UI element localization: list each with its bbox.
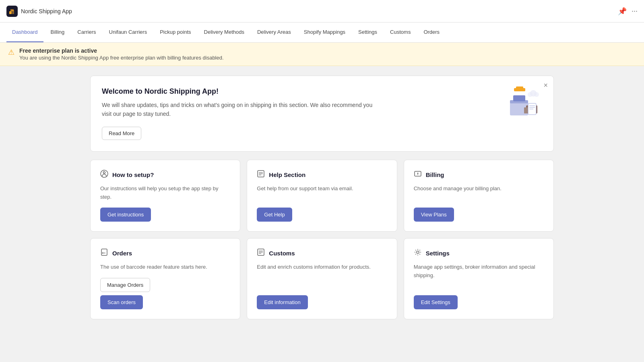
- welcome-title: Welcome to Nordic Shipping App!: [102, 87, 384, 96]
- card-title-how-to-setup: How to setup?: [112, 171, 154, 178]
- card-actions-how-to-setup: Get instructions: [100, 208, 230, 222]
- card-billing: Billing Choose and manage your billing p…: [404, 160, 554, 232]
- orders-icon: [100, 248, 108, 258]
- edit-information-button[interactable]: Edit information: [257, 295, 308, 309]
- top-bar: Nordic Shipping App 📌 ···: [0, 0, 644, 23]
- card-header-how-to-setup: How to setup?: [100, 170, 230, 180]
- svg-point-15: [534, 92, 539, 97]
- tab-orders[interactable]: Orders: [418, 23, 445, 42]
- card-title-settings: Settings: [426, 250, 450, 257]
- card-title-billing: Billing: [426, 171, 444, 178]
- welcome-text: We will share updates, tips and tricks o…: [102, 101, 384, 119]
- card-text-help-section: Get help from our support team via email…: [257, 185, 387, 202]
- welcome-illustration: [502, 83, 542, 119]
- view-plans-button[interactable]: View Plans: [414, 208, 454, 222]
- top-bar-left: Nordic Shipping App: [6, 6, 72, 17]
- more-icon[interactable]: ···: [632, 7, 638, 15]
- card-actions-billing: View Plans: [414, 208, 544, 222]
- alert-icon: ⚠: [8, 48, 14, 57]
- tab-delivery-methods[interactable]: Delivery Methods: [198, 23, 250, 42]
- svg-rect-24: [101, 249, 107, 255]
- card-actions-settings: Edit Settings: [414, 295, 544, 309]
- svg-point-30: [417, 251, 419, 253]
- svg-rect-5: [513, 95, 525, 101]
- card-text-billing: Choose and manage your billing plan.: [414, 185, 544, 202]
- edit-settings-button[interactable]: Edit Settings: [414, 295, 458, 309]
- billing-icon: [414, 170, 422, 180]
- customs-icon: [257, 248, 265, 258]
- card-title-help-section: Help Section: [269, 171, 305, 178]
- card-header-billing: Billing: [414, 170, 544, 180]
- alert-title: Free enterprise plan is active: [19, 47, 224, 54]
- card-header-help-section: Help Section: [257, 170, 387, 180]
- scan-orders-button[interactable]: Scan orders: [100, 295, 143, 309]
- card-text-how-to-setup: Our instructions will help you setup the…: [100, 185, 230, 202]
- card-title-orders: Orders: [112, 250, 132, 257]
- card-text-orders: The use of barcode reader feature starts…: [100, 263, 230, 272]
- setup-icon: [100, 170, 108, 180]
- card-header-customs: Customs: [257, 248, 387, 258]
- card-header-orders: Orders: [100, 248, 230, 258]
- app-logo: [6, 6, 18, 17]
- get-help-button[interactable]: Get Help: [257, 208, 292, 222]
- svg-point-16: [528, 92, 533, 97]
- settings-icon: [414, 248, 422, 258]
- card-grid: How to setup? Our instructions will help…: [90, 160, 554, 319]
- get-instructions-button[interactable]: Get instructions: [100, 208, 151, 222]
- app-name: Nordic Shipping App: [21, 8, 72, 14]
- tab-customs[interactable]: Customs: [384, 23, 416, 42]
- tab-pickup-points[interactable]: Pickup points: [154, 23, 196, 42]
- card-help-section: Help Section Get help from our support t…: [247, 160, 397, 232]
- welcome-card: Welcome to Nordic Shipping App! We will …: [90, 76, 554, 152]
- card-customs: Customs Edit and enrich customs informat…: [247, 238, 397, 319]
- alert-banner: ⚠ Free enterprise plan is active You are…: [0, 43, 644, 66]
- card-orders: Orders The use of barcode reader feature…: [90, 238, 240, 319]
- main-content: Welcome to Nordic Shipping App! We will …: [80, 66, 564, 329]
- card-title-customs: Customs: [269, 250, 295, 257]
- svg-rect-9: [516, 86, 523, 89]
- close-welcome-button[interactable]: ×: [543, 82, 548, 89]
- nav-tabs: Dashboard Billing Carriers Unifaun Carri…: [0, 23, 644, 43]
- card-actions-orders: Manage Orders Scan orders: [100, 278, 230, 309]
- card-text-customs: Edit and enrich customs information for …: [257, 263, 387, 289]
- manage-orders-button[interactable]: Manage Orders: [100, 278, 150, 292]
- card-actions-help-section: Get Help: [257, 208, 387, 222]
- tab-delivery-areas[interactable]: Delivery Areas: [252, 23, 297, 42]
- card-settings: Settings Manage app settings, broker inf…: [404, 238, 554, 319]
- card-actions-customs: Edit information: [257, 295, 387, 309]
- svg-rect-0: [9, 11, 12, 14]
- alert-content: Free enterprise plan is active You are u…: [19, 47, 224, 61]
- tab-shopify-mappings[interactable]: Shopify Mappings: [298, 23, 351, 42]
- pin-icon[interactable]: 📌: [618, 7, 627, 16]
- tab-carriers[interactable]: Carriers: [72, 23, 101, 42]
- card-how-to-setup: How to setup? Our instructions will help…: [90, 160, 240, 232]
- alert-text: You are using the Nordic Shipping App fr…: [19, 55, 224, 61]
- tab-unifaun-carriers[interactable]: Unifaun Carriers: [103, 23, 153, 42]
- help-icon: [257, 170, 265, 180]
- tab-dashboard[interactable]: Dashboard: [6, 23, 43, 42]
- svg-point-18: [103, 171, 105, 173]
- card-text-settings: Manage app settings, broker information …: [414, 263, 544, 289]
- tab-settings[interactable]: Settings: [353, 23, 383, 42]
- svg-rect-2: [12, 10, 14, 14]
- welcome-content: Welcome to Nordic Shipping App! We will …: [102, 87, 384, 140]
- read-more-button[interactable]: Read More: [102, 127, 141, 140]
- top-bar-right: 📌 ···: [618, 7, 638, 16]
- card-header-settings: Settings: [414, 248, 544, 258]
- tab-billing[interactable]: Billing: [45, 23, 70, 42]
- svg-rect-7: [524, 107, 528, 113]
